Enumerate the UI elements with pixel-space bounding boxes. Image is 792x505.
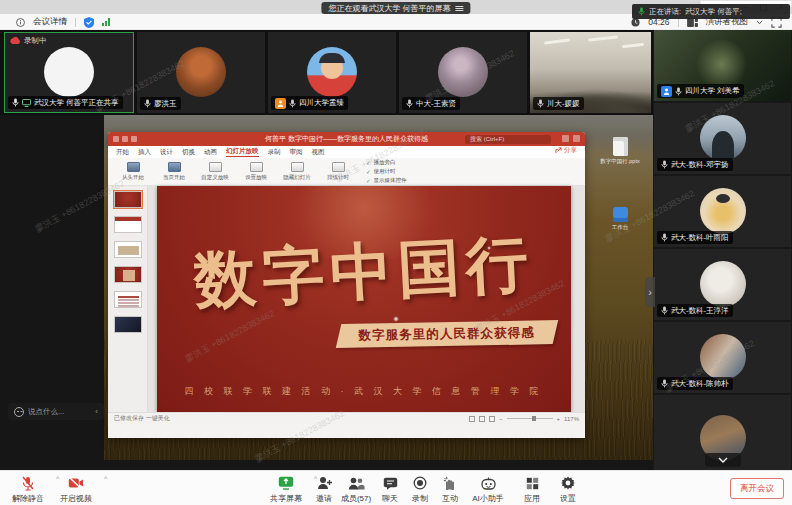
slide-thumbnail-3[interactable] [114,241,142,258]
emoji-icon[interactable] [14,407,24,417]
avatar [700,261,746,307]
ppt-window-buttons[interactable] [562,135,580,142]
quick-chat-bar[interactable]: 说点什么... ‹ [8,403,104,420]
slide-subtitle-banner: 数字服务里的人民群众获得感 [335,320,557,348]
bottom-toolbar: 解除静音 ^ 开启视频 ^ 共享屏幕 ^ 邀请 成员(5 [0,470,792,505]
hand-raised-icon [661,86,672,97]
avatar [700,115,746,161]
view-normal-icon[interactable] [469,416,475,422]
desktop-app-icon[interactable]: 工作台 [597,207,643,231]
share-screen-icon [278,476,294,490]
slide-footer: 四 校 联 学 联 建 活 动 · 武 汉 大 学 信 息 管 理 学 院 [157,385,571,398]
viewer-banner[interactable]: 您正在观看武汉大学 何善平的屏幕 [321,2,470,14]
ppt-tab[interactable]: 插入 [138,148,151,157]
sidebar-tile-partial[interactable] [654,395,791,475]
start-video-button[interactable]: 开启视频 [48,475,104,504]
checkbox-play-narration[interactable]: ✓播放旁白 [366,159,407,166]
mic-icon [661,160,668,169]
participant-label: 武大-数科-叶雨阳 [657,231,733,244]
zoom-in-button[interactable]: + [557,416,561,422]
desktop-file-icon[interactable]: 数字中国行.pptx [597,137,643,165]
sidebar-tile[interactable]: 武大-数科-邓宇扬 [654,103,791,174]
sidebar-collapse-handle[interactable]: › [645,277,655,307]
ppt-search-box[interactable]: 搜索 (Ctrl+F) [465,135,551,144]
ribbon-checkboxes: ✓播放旁白 ✓使用计时 ✓显示媒体控件 [366,159,407,184]
participant-label: 四川大学孟臻 [271,96,348,110]
ppt-tab-slideshow[interactable]: 幻灯片放映 [226,147,259,157]
video-options-caret[interactable]: ^ [104,475,107,482]
ppt-quick-icons[interactable] [113,136,137,142]
ppt-tab[interactable]: 审阅 [290,148,303,157]
ribbon-button[interactable]: 隐藏幻灯片 [280,162,314,181]
sidebar-tile[interactable]: 四川大学 刘美希 [654,30,791,101]
participant-sidebar: 四川大学 刘美希 武大-数科-邓宇扬 武大-数科-叶雨阳 [653,30,792,475]
video-strip: 录制中 武汉大学 何善平正在共享 廖洪玉 [0,30,653,115]
share-arrow-icon [555,147,562,154]
scroll-more-button[interactable] [705,453,741,467]
slide-thumbnail-6[interactable] [114,316,142,333]
ppt-window[interactable]: 何善平 数字中国行——数字服务里的人民群众获得感 搜索 (Ctrl+F) 开始 … [108,132,585,438]
ribbon-button[interactable]: 当页开始 [157,162,191,181]
ppt-share-button[interactable]: 分享 [555,146,577,155]
video-tile[interactable]: 四川大学孟臻 [268,32,396,113]
slide-thumbnail-5[interactable] [114,291,142,308]
network-signal-icon[interactable] [102,18,110,26]
screen-share-icon [22,99,31,107]
speaking-mic-icon [638,7,645,16]
chat-input-placeholder[interactable]: 说点什么... [28,407,91,417]
avatar [700,188,746,234]
participant-label: 武汉大学 何善平正在共享 [8,96,123,109]
participant-label: 四川大学 刘美希 [657,84,744,98]
ai-robot-icon [481,477,496,490]
view-show-icon[interactable] [489,416,495,422]
participant-label: 武大-数科-陈帅朴 [657,377,733,390]
ppt-tab[interactable]: 动画 [204,148,217,157]
participant-label: 川大-媛媛 [533,97,584,110]
slide-thumbnail-2[interactable] [114,216,142,233]
ribbon-button[interactable]: 排练计时 [321,162,355,181]
meeting-details-link[interactable]: 会议详情 [33,16,67,28]
banner-menu-icon[interactable] [456,5,464,12]
mic-icon [661,306,668,315]
zoom-out-button[interactable]: − [499,416,503,422]
mic-icon [675,87,682,96]
interact-hand-icon [443,476,457,490]
ppt-tab[interactable]: 录制 [268,148,281,157]
ppt-status-bar: 已修改保存 一键美化 − + 117% [108,412,585,424]
mic-icon [661,233,668,242]
ppt-tab[interactable]: 视图 [312,148,325,157]
zoom-slider[interactable] [507,418,553,419]
video-tile[interactable]: 廖洪玉 [137,32,265,113]
mic-icon [144,99,151,108]
ribbon-button[interactable]: 设置放映 [239,162,273,181]
chat-collapse-icon[interactable]: ‹ [95,407,98,416]
settings-button[interactable]: 设置 [540,475,596,504]
slide-thumbnail-panel[interactable] [108,186,148,424]
security-shield-icon[interactable] [84,17,94,28]
ribbon-button[interactable]: 自定义放映 [198,162,232,181]
avatar [700,334,746,380]
camera-off-icon [68,477,84,489]
checkbox-show-media-controls[interactable]: ✓显示媒体控件 [366,177,407,184]
ppt-tab[interactable]: 切换 [182,148,195,157]
mic-muted-icon [21,476,35,491]
ppt-ribbon: 从头开始 当页开始 自定义放映 设置放映 隐藏幻灯片 排练计时 ✓播放旁白 ✓使… [108,158,585,186]
checkbox-use-timings[interactable]: ✓使用计时 [366,168,407,175]
video-tile[interactable]: 川大-媛媛 [530,32,651,113]
ppt-zoom-level: 117% [564,416,579,422]
video-tile[interactable]: 中大-王素贤 [399,32,527,113]
slide-thumbnail-4[interactable] [114,266,142,283]
sidebar-tile[interactable]: 武大-数科-王淳洋 [654,249,791,320]
mic-icon [661,379,668,388]
sidebar-tile[interactable]: 武大-数科-叶雨阳 [654,176,791,247]
view-sorter-icon[interactable] [479,416,485,422]
hand-raised-icon [275,98,286,109]
ppt-tab[interactable]: 设计 [160,148,173,157]
ppt-tab[interactable]: 开始 [116,148,129,157]
video-tile-presenter[interactable]: 录制中 武汉大学 何善平正在共享 [4,32,134,113]
slide-thumbnail-1[interactable] [114,191,142,208]
ribbon-button[interactable]: 从头开始 [116,162,150,181]
leave-meeting-button[interactable]: 离开会议 [730,478,784,499]
ppt-titlebar[interactable]: 何善平 数字中国行——数字服务里的人民群众获得感 搜索 (Ctrl+F) [108,132,585,146]
sidebar-tile[interactable]: 武大-数科-陈帅朴 [654,322,791,393]
